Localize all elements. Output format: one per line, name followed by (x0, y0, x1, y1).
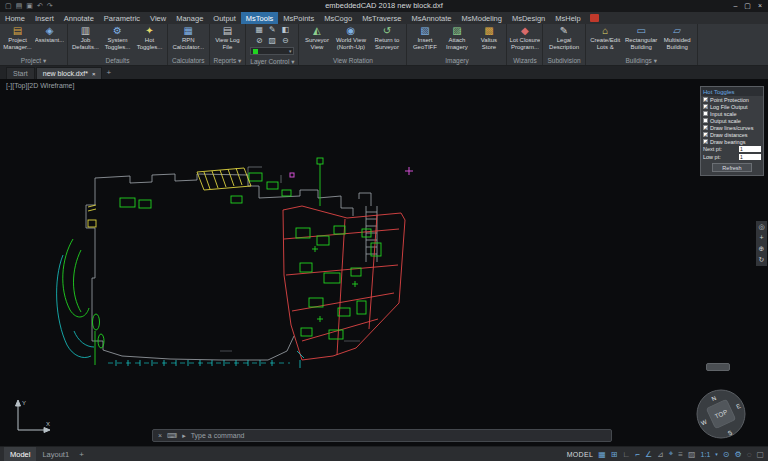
tab-msmodeling[interactable]: MsModeling (456, 12, 506, 24)
redo-icon[interactable]: ↷ (47, 0, 53, 12)
tab-msannotate[interactable]: MsAnnotate (406, 12, 456, 24)
layout1-tab[interactable]: Layout1 (36, 447, 75, 461)
create-edit-lots-button[interactable]: ⌂ Create/Edit Lots & Blocks (588, 25, 623, 56)
insert-geotiff-button[interactable]: ▧ Insert GeoTIFF (409, 25, 440, 56)
lot-closure-button[interactable]: ◆ Lot Closure Program... (509, 25, 540, 56)
command-close-icon[interactable]: × (158, 430, 162, 441)
tab-mspoints[interactable]: MsPoints (278, 12, 319, 24)
save-icon[interactable]: ▣ (26, 0, 33, 12)
view-log-file-button[interactable]: ▤ View Log File (212, 25, 243, 56)
collapsed-toolbar[interactable] (706, 363, 730, 371)
tab-close-icon[interactable]: × (92, 71, 96, 77)
tab-insert[interactable]: Insert (30, 12, 59, 24)
new-tab-button[interactable]: + (106, 67, 111, 79)
tab-mstools[interactable]: MsTools (241, 12, 279, 24)
tab-mscogo[interactable]: MsCogo (319, 12, 357, 24)
tab-parametric[interactable]: Parametric (99, 12, 145, 24)
command-input[interactable]: Type a command (191, 430, 245, 441)
layer-off-icon[interactable]: ⊘ (253, 36, 266, 47)
draw-distances-checkbox[interactable]: ✓ Draw distances (701, 131, 763, 138)
new-layout-button[interactable]: + (75, 450, 88, 459)
minimize-button[interactable]: – (733, 0, 737, 12)
project-manager-button[interactable]: ▤ Project Manager... (2, 25, 33, 56)
job-defaults-button[interactable]: ▥ Job Defaults... (70, 25, 101, 56)
low-pt-input[interactable]: 1 (739, 154, 761, 160)
next-pt-input[interactable]: 1 (739, 146, 761, 152)
model-paper-toggle[interactable]: MODEL (567, 451, 593, 458)
annotation-scale[interactable]: 1:1 (701, 451, 711, 458)
return-surveyor-view-button[interactable]: ↺ Return to Surveyor View (369, 25, 404, 56)
workspace-gear-icon[interactable]: ⚙ (735, 450, 742, 459)
group-label-layer-control[interactable]: Layer Control ▾ (248, 57, 296, 66)
isolate-objects-icon[interactable]: ◌ (747, 450, 752, 459)
document-tab[interactable]: new block.dxf* × (36, 67, 103, 79)
ortho-icon[interactable]: ⌐ (635, 450, 640, 459)
tab-view[interactable]: View (145, 12, 171, 24)
lineweight-icon[interactable]: ≡ (678, 450, 683, 459)
polar-tracking-icon[interactable]: ∠ (645, 450, 652, 459)
group-label-project[interactable]: Project ▾ (2, 56, 65, 65)
valtus-store-button[interactable]: ▩ Valtus Store (473, 25, 504, 56)
layer-lock-icon[interactable]: ⊖ (279, 36, 292, 47)
object-snap-icon[interactable]: ⌖ (669, 449, 674, 459)
isodraft-icon[interactable]: ⊿ (657, 450, 664, 459)
tab-home[interactable]: Home (0, 12, 30, 24)
maximize-button[interactable]: ▢ (744, 0, 751, 12)
start-tab[interactable]: Start (6, 67, 35, 79)
nav-wheel-icon[interactable]: ◎ (758, 223, 764, 231)
snap-icon[interactable]: ⊞ (611, 450, 618, 459)
rpn-calculator-button[interactable]: ▦ RPN Calculator... (173, 25, 204, 56)
zoom-icon[interactable]: ⊕ (759, 245, 765, 253)
hot-toggles-label: Hot Toggles... (134, 37, 165, 50)
keyboard-icon[interactable]: ⌨ (167, 430, 177, 441)
world-view-button[interactable]: ◉ World View (North-Up) (333, 25, 368, 56)
annotation-visibility-icon[interactable]: ⊙ (723, 450, 730, 459)
pan-icon[interactable]: + (759, 234, 763, 242)
legal-description-button[interactable]: ✎ Legal Description Writer (547, 25, 582, 56)
assistant-button[interactable]: ◈ Assistant... (34, 25, 65, 56)
layer-dropdown[interactable]: ▾ (250, 47, 294, 55)
ribbon-extra-icon[interactable] (590, 14, 599, 22)
viewport-controls-label[interactable]: [-][Top][2D Wireframe] (6, 82, 74, 89)
undo-icon[interactable]: ↶ (37, 0, 43, 12)
layer-edit-icon[interactable]: ✎ (266, 25, 279, 36)
layer-properties-icon[interactable]: ▦ (253, 25, 266, 36)
orbit-icon[interactable]: ↻ (759, 256, 765, 264)
view-compass[interactable]: N E S W TOP (694, 387, 748, 441)
tab-manage[interactable]: Manage (171, 12, 208, 24)
system-toggles-button[interactable]: ⚙ System Toggles... (102, 25, 133, 56)
new-file-icon[interactable]: ▢ (5, 0, 12, 12)
chevron-down-icon[interactable]: ▾ (715, 451, 718, 457)
surveyor-view-button[interactable]: ◭ Surveyor View (301, 25, 332, 56)
group-label-buildings[interactable]: Buildings ▾ (588, 56, 695, 65)
tab-msdesign[interactable]: MsDesign (507, 12, 550, 24)
layer-freeze-icon[interactable]: ◧ (279, 25, 292, 36)
tab-annotate[interactable]: Annotate (59, 12, 99, 24)
tab-output[interactable]: Output (208, 12, 241, 24)
hot-toggles-palette-title[interactable]: Hot Toggles (701, 87, 763, 96)
transparency-icon[interactable]: ▨ (688, 450, 696, 459)
close-button[interactable]: × (758, 0, 762, 12)
input-scale-checkbox[interactable]: Input scale (701, 110, 763, 117)
layer-isolate-icon[interactable]: ▨ (266, 36, 279, 47)
group-label-reports[interactable]: Reports ▾ (212, 56, 244, 65)
multisided-building-button[interactable]: ▱ Multisided Building (660, 25, 695, 56)
point-protection-checkbox[interactable]: ✓ Point Protection (701, 96, 763, 103)
rectangular-building-button[interactable]: ▭ Rectangular Building (624, 25, 659, 56)
infer-constraints-icon[interactable]: ∟ (622, 450, 630, 459)
model-space-tab[interactable]: Model (4, 447, 36, 461)
command-line[interactable]: × ⌨ ▸ Type a command (152, 429, 612, 442)
hot-toggles-button[interactable]: ✦ Hot Toggles... (134, 25, 165, 56)
grid-icon[interactable]: ▦ (598, 450, 606, 459)
attach-imagery-button[interactable]: ▨ Attach Imagery (441, 25, 472, 56)
tab-mshelp[interactable]: MsHelp (550, 12, 585, 24)
open-file-icon[interactable]: ▤ (16, 0, 23, 12)
tab-mstraverse[interactable]: MsTraverse (357, 12, 406, 24)
draw-lines-curves-checkbox[interactable]: ✓ Draw lines/curves (701, 124, 763, 131)
draw-bearings-checkbox[interactable]: ✓ Draw bearings (701, 138, 763, 145)
drawing-canvas[interactable]: [-][Top][2D Wireframe] Hot Toggles ✓ Poi… (0, 79, 768, 446)
output-scale-checkbox[interactable]: Output scale (701, 117, 763, 124)
clean-screen-icon[interactable]: ▢ (756, 450, 764, 459)
log-file-output-checkbox[interactable]: ✓ Log File Output (701, 103, 763, 110)
refresh-button[interactable]: Refresh (712, 163, 752, 172)
